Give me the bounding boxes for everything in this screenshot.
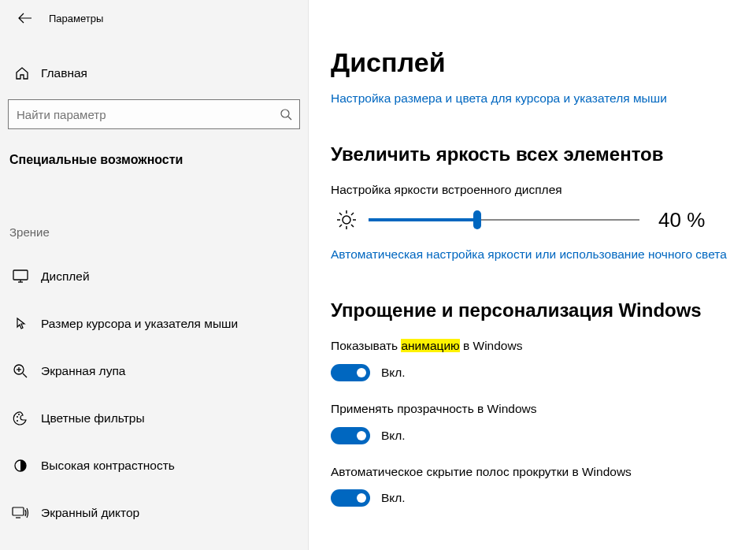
brightness-label: Настройка яркости встроенного дисплея [331, 181, 740, 199]
home-icon [11, 66, 33, 80]
content-pane: Дисплей Настройка размера и цвета для ку… [309, 0, 756, 550]
window-title: Параметры [49, 13, 103, 24]
link-cursor-settings[interactable]: Настройка размера и цвета для курсора и … [331, 89, 740, 107]
nav-label: Экранный диктор [41, 506, 139, 520]
palette-icon [9, 411, 32, 426]
magnifier-icon [9, 363, 32, 379]
back-button[interactable] [9, 2, 41, 34]
search-box[interactable] [8, 99, 300, 129]
setting-scrollbars: Автоматическое скрытие полос прокрутки в… [331, 463, 740, 507]
svg-point-11 [17, 420, 18, 422]
toggle-state: Вкл. [381, 366, 406, 380]
title-bar: Параметры [0, 0, 308, 36]
nav-high-contrast[interactable]: Высокая контрастность [0, 442, 308, 489]
nav-color-filters[interactable]: Цветные фильтры [0, 395, 308, 442]
heading-brightness: Увеличить яркость всех элементов [331, 143, 740, 165]
toggle-transparency[interactable] [331, 427, 370, 444]
link-auto-brightness[interactable]: Автоматическая настройка яркости или исп… [331, 245, 740, 263]
svg-line-6 [23, 373, 27, 377]
svg-line-23 [351, 213, 354, 215]
brightness-icon [331, 209, 362, 231]
svg-line-21 [351, 225, 354, 227]
nav-label: Экранная лупа [41, 364, 125, 378]
svg-line-1 [288, 117, 291, 120]
setting-transparency: Применять прозрачность в Windows Вкл. [331, 400, 740, 444]
svg-line-22 [339, 225, 342, 227]
svg-point-0 [281, 110, 289, 117]
transparency-label: Применять прозрачность в Windows [331, 400, 740, 418]
nav-cursor-size[interactable]: Размер курсора и указателя мыши [0, 300, 308, 347]
svg-point-9 [17, 416, 18, 418]
nav-label: Высокая контрастность [41, 459, 175, 473]
home-label: Главная [41, 66, 87, 80]
nav-label: Цветные фильтры [41, 411, 145, 426]
toggle-scrollbars[interactable] [331, 489, 370, 507]
page-title: Дисплей [331, 47, 740, 78]
scrollbar-label: Автоматическое скрытие полос прокрутки в… [331, 463, 740, 481]
nav-label: Размер курсора и указателя мыши [41, 317, 238, 331]
narrator-icon [9, 506, 32, 520]
toggle-state: Вкл. [381, 429, 406, 443]
brightness-row: 40 % [331, 208, 740, 232]
home-nav[interactable]: Главная [0, 58, 308, 88]
svg-point-15 [343, 216, 350, 224]
svg-rect-13 [13, 507, 24, 515]
search-icon [272, 108, 299, 121]
brightness-value: 40 % [658, 208, 705, 232]
nav-narrator[interactable]: Экранный диктор [0, 489, 308, 537]
svg-line-20 [339, 213, 342, 215]
svg-point-10 [18, 414, 20, 415]
animations-label: Показывать анимацию в Windows [331, 337, 740, 355]
search-input[interactable] [9, 108, 272, 121]
brightness-slider[interactable] [369, 210, 639, 229]
highlight-animation: анимацию [401, 339, 459, 352]
monitor-icon [9, 269, 32, 284]
contrast-icon [9, 458, 32, 474]
nav-magnifier[interactable]: Экранная лупа [0, 347, 308, 395]
sidebar: Параметры Главная Специальные возможност… [0, 0, 309, 550]
section-title: Специальные возможности [9, 153, 308, 167]
group-label-vision: Зрение [9, 225, 308, 239]
nav-label: Дисплей [41, 269, 90, 284]
toggle-animations[interactable] [331, 364, 370, 381]
nav-display[interactable]: Дисплей [0, 253, 308, 300]
setting-animations: Показывать анимацию в Windows Вкл. [331, 337, 740, 381]
svg-rect-2 [13, 270, 28, 280]
heading-simplify: Упрощение и персонализация Windows [331, 299, 740, 321]
cursor-icon [9, 316, 32, 332]
toggle-state: Вкл. [381, 491, 406, 505]
